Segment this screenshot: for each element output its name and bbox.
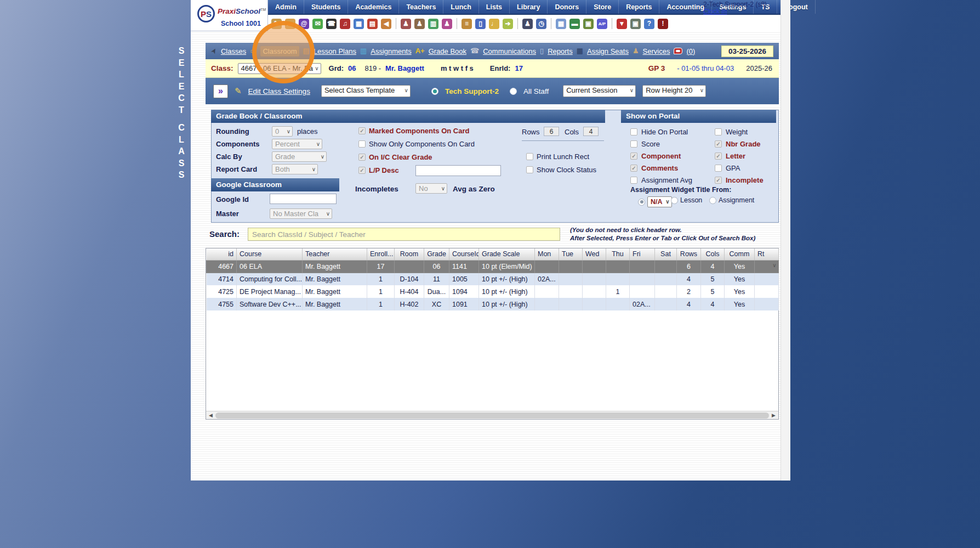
table-cell[interactable]: 4 (677, 273, 701, 285)
table-cell[interactable]: 2 (677, 285, 701, 298)
table-cell[interactable]: Mr. Baggett (303, 273, 367, 285)
portal-score-checkbox[interactable]: Score (630, 140, 660, 148)
table-cell[interactable]: 02A... (630, 298, 655, 310)
table-cell[interactable]: DE Project Manag... (237, 285, 303, 298)
show-clock-status-checkbox[interactable]: Show Clock Status (526, 166, 596, 174)
tab-grade-book[interactable]: Grade Book (429, 47, 466, 55)
lp-desc-input[interactable] (415, 165, 501, 176)
tech-support-radio[interactable] (431, 88, 438, 95)
row-height-select[interactable]: Row Height 20 (642, 85, 706, 97)
table-cell[interactable] (606, 260, 630, 273)
nav-item-students[interactable]: Students (304, 0, 348, 14)
table-cell[interactable]: 11 (424, 273, 449, 285)
show-only-components-checkbox[interactable]: Show Only Components On Card (358, 140, 475, 148)
column-header-courseid[interactable]: CourseId (449, 248, 479, 260)
portal-comments-checkbox[interactable]: Comments (630, 164, 678, 172)
table-cell[interactable]: Yes (725, 260, 755, 273)
table-cell[interactable]: 1005 (449, 273, 479, 285)
table-cell[interactable]: Computing for Coll... (237, 273, 303, 285)
table-cell[interactable]: 10 pt +/- (High) (479, 285, 535, 298)
printer-card-icon[interactable]: ▣ (583, 19, 594, 29)
table-cell[interactable]: 10 pt (Elem/Mid) (479, 260, 535, 273)
column-header-wed[interactable]: Wed (583, 248, 606, 260)
printer-icon[interactable]: ▣ (630, 19, 641, 29)
portal-assignment-avg-checkbox[interactable]: Assignment Avg (630, 176, 692, 184)
table-cell[interactable] (755, 285, 779, 298)
horizontal-scrollbar[interactable]: ◀ ▶ (206, 411, 778, 419)
calc-by-select[interactable]: Grade (272, 151, 327, 162)
calendar-icon[interactable]: ▤ (367, 19, 378, 29)
pin-icon[interactable]: ✎ (271, 19, 282, 29)
cols-input[interactable] (583, 127, 599, 136)
table-cell[interactable]: 1 (367, 273, 395, 285)
tab-communications[interactable]: Communications (483, 47, 536, 55)
speaker-icon[interactable]: ♫ (340, 19, 350, 29)
table-cell[interactable] (655, 260, 677, 273)
table-cell[interactable]: 4 (701, 298, 725, 310)
lunch-icon[interactable]: ≡ (461, 19, 472, 29)
money-icon[interactable]: ▥ (428, 19, 438, 29)
table-cell[interactable]: Mr. Baggett (303, 298, 367, 310)
table-cell[interactable] (583, 285, 606, 298)
alarm-clock-icon[interactable]: ◷ (536, 19, 546, 29)
column-header-id[interactable]: id (207, 248, 237, 260)
mobile-phone-icon[interactable]: ☎ (326, 19, 337, 29)
master-select[interactable]: No Master Cla (270, 208, 332, 219)
school-name[interactable]: School 1001 (221, 20, 261, 27)
calendar-grid-icon[interactable]: ▦ (354, 19, 364, 29)
tab-lesson-plans[interactable]: Lesson Plans (314, 47, 356, 55)
table-cell[interactable]: 4667 (207, 260, 237, 273)
report-card-select[interactable]: Both (272, 164, 318, 174)
column-header-rows[interactable]: Rows (677, 248, 701, 260)
table-cell[interactable] (583, 298, 606, 310)
table-cell[interactable] (755, 260, 779, 273)
column-header-sat[interactable]: Sat (655, 248, 677, 260)
table-cell[interactable] (755, 273, 779, 285)
table-cell[interactable] (583, 273, 606, 285)
table-cell[interactable] (606, 298, 630, 310)
widget-radio-lesson[interactable]: Lesson (671, 196, 702, 204)
table-cell[interactable]: D-104 (395, 273, 424, 285)
table-cell[interactable]: Mr. Baggett (303, 260, 367, 273)
rows-input[interactable] (544, 127, 559, 136)
table-cell[interactable]: 1 (367, 285, 395, 298)
portal-nbr-grade-checkbox[interactable]: Nbr Grade (715, 140, 761, 148)
expand-button[interactable]: » (213, 84, 228, 98)
table-cell[interactable]: 06 (424, 260, 449, 273)
portal-hide-on-portal-checkbox[interactable]: Hide On Portal (630, 128, 688, 136)
table-cell[interactable] (535, 285, 559, 298)
table-cell[interactable]: 06 ELA (237, 260, 303, 273)
rounding-select[interactable]: 0 (272, 126, 293, 137)
tab-reports[interactable]: Reports (548, 47, 573, 55)
table-cell[interactable]: 1 (606, 285, 630, 298)
chat-count-link[interactable]: (0) (686, 47, 695, 55)
column-header-room[interactable]: Room (395, 248, 424, 260)
stop-icon[interactable]: ! (658, 19, 668, 29)
table-cell[interactable]: 4 (677, 298, 701, 310)
column-header-course[interactable]: Course (237, 248, 303, 260)
column-header-tue[interactable]: Tue (559, 248, 583, 260)
table-cell[interactable]: 5 (701, 285, 725, 298)
table-cell[interactable]: 17 (367, 260, 395, 273)
email-at-icon[interactable]: @ (299, 19, 309, 29)
table-cell[interactable]: Yes (725, 285, 755, 298)
table-cell[interactable]: Dua... (424, 285, 449, 298)
table-cell[interactable] (559, 273, 583, 285)
table-cell[interactable]: Mr. Baggett (303, 285, 367, 298)
ap-icon[interactable]: A/P (597, 19, 607, 29)
table-cell[interactable]: H-404 (395, 285, 424, 298)
tech-support-radio-label[interactable]: Tech Support-2 (445, 87, 499, 95)
table-row-4714[interactable]: 4714Computing for Coll...Mr. Baggett1D-1… (207, 273, 779, 285)
table-header-row[interactable]: idCourseTeacherEnroll...RoomGradeCourseI… (207, 248, 779, 260)
table-cell[interactable] (559, 285, 583, 298)
table-cell[interactable]: 5 (701, 273, 725, 285)
portal-component-checkbox[interactable]: Component (630, 152, 681, 160)
scroll-right-arrow[interactable]: ▶ (770, 412, 778, 419)
credit-card-icon[interactable]: ▬ (569, 19, 580, 29)
tab-assignments[interactable]: Assignments (371, 47, 411, 55)
search-input[interactable] (248, 228, 560, 241)
table-cell[interactable]: 10 pt +/- (High) (479, 273, 535, 285)
nav-item-admin[interactable]: Admin (268, 0, 304, 14)
table-cell[interactable]: XC (424, 298, 449, 310)
nav-item-store[interactable]: Store (586, 0, 619, 14)
